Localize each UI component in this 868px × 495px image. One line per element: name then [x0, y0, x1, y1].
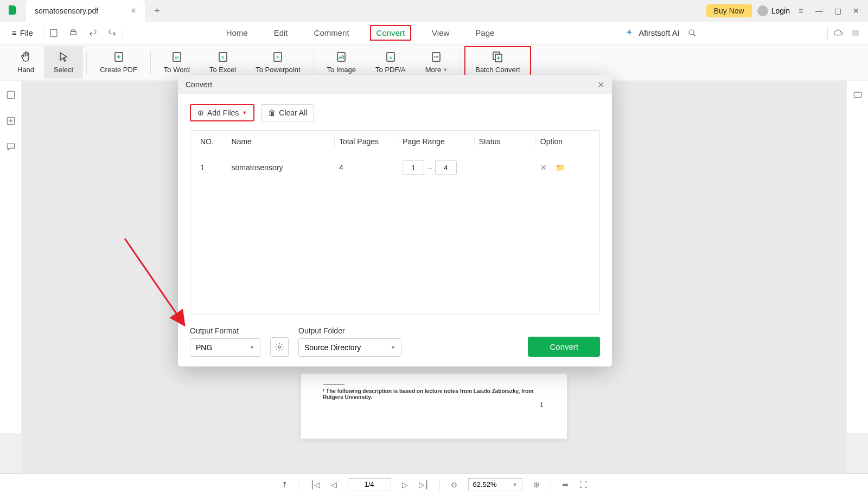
range-from-input[interactable]: [403, 160, 424, 175]
sparkle-icon: [624, 28, 634, 38]
svg-rect-1: [71, 31, 76, 35]
to-word-tool[interactable]: W To Word: [154, 46, 200, 79]
zoom-out-icon[interactable]: ⊖: [451, 480, 457, 489]
add-files-button[interactable]: ⊕ Add Files ▼: [190, 104, 254, 121]
to-ppt-tool[interactable]: P To Powerpoint: [246, 46, 310, 79]
more-icon: [430, 50, 443, 63]
bookmarks-icon[interactable]: [5, 115, 16, 126]
create-pdf-tool[interactable]: Create PDF: [90, 46, 147, 79]
to-image-tool[interactable]: To Image: [317, 46, 366, 79]
new-tab-button[interactable]: +: [149, 3, 165, 19]
more-menu-icon[interactable]: [851, 28, 860, 38]
fit-page-icon[interactable]: ⛶: [579, 480, 587, 489]
hand-tool[interactable]: Hand: [8, 46, 44, 79]
left-sidebar: [0, 81, 22, 433]
add-files-label: Add Files: [207, 108, 239, 117]
more-tool[interactable]: More▼: [416, 46, 458, 79]
zoom-value: 62.52%: [473, 480, 497, 488]
clear-all-button[interactable]: 🗑 Clear All: [261, 104, 314, 121]
output-folder-select[interactable]: Source Directory ▼: [298, 338, 401, 357]
cursor-icon: [57, 50, 70, 63]
close-tab-icon[interactable]: ×: [131, 6, 136, 16]
svg-rect-2: [72, 30, 75, 31]
to-pdfa-label: To PDF/A: [375, 66, 406, 74]
redo-icon[interactable]: [107, 28, 117, 38]
next-page-icon[interactable]: ▷: [402, 480, 408, 489]
print-icon[interactable]: [68, 28, 78, 38]
remove-row-icon[interactable]: ✕: [540, 163, 547, 172]
zoom-in-icon[interactable]: ⊕: [533, 480, 540, 489]
svg-point-25: [278, 346, 281, 349]
to-word-label: To Word: [164, 66, 190, 74]
svg-text:A: A: [389, 55, 392, 60]
batch-label: Batch Convert: [475, 66, 520, 74]
statusbar: ⤒ ⎮◁ ◁ ▷ ▷⎮ ⊖ 62.52% ▼ ⊕ ⇔ ⛶: [0, 473, 868, 495]
save-icon[interactable]: [49, 28, 59, 38]
output-format-value: PNG: [196, 343, 212, 352]
right-sidebar: [846, 81, 868, 433]
buy-now-button[interactable]: Buy Now: [706, 4, 752, 17]
output-format-select[interactable]: PNG ▼: [190, 338, 260, 357]
maximize-icon[interactable]: ▢: [833, 7, 842, 15]
panel-toggle-icon[interactable]: [852, 89, 863, 100]
thumbnails-icon[interactable]: [5, 89, 16, 100]
gear-icon: [275, 342, 284, 352]
page-input[interactable]: [348, 478, 391, 491]
select-label: Select: [54, 66, 73, 74]
scroll-top-icon[interactable]: ⤒: [282, 480, 288, 489]
login-button[interactable]: Login: [757, 5, 790, 16]
comments-icon[interactable]: [5, 142, 16, 152]
svg-rect-22: [854, 92, 861, 98]
excel-icon: E: [216, 50, 229, 63]
image-icon: [335, 50, 348, 63]
header-name: Name: [227, 137, 335, 146]
prev-page-icon[interactable]: ◁: [331, 480, 337, 489]
chevron-down-icon: ▼: [513, 482, 518, 487]
chevron-down-icon: ▼: [443, 67, 448, 73]
file-table: NO. Name Total Pages Page Range Status O…: [190, 130, 600, 314]
cloud-icon[interactable]: [833, 28, 843, 38]
range-to-input[interactable]: [435, 160, 457, 175]
svg-point-3: [689, 30, 694, 35]
svg-text:W: W: [175, 55, 179, 60]
tab-page[interactable]: Page: [470, 25, 500, 41]
select-tool[interactable]: Select: [44, 46, 83, 79]
undo-icon[interactable]: [88, 28, 98, 38]
svg-point-16: [436, 56, 437, 57]
to-excel-tool[interactable]: E To Excel: [200, 46, 246, 79]
ai-button[interactable]: Afirstsoft AI: [624, 28, 680, 38]
minimize-icon[interactable]: —: [815, 7, 824, 15]
batch-convert-tool[interactable]: Batch Convert: [464, 46, 531, 79]
fit-width-icon[interactable]: ⇔: [562, 480, 569, 489]
table-header: NO. Name Total Pages Page Range Status O…: [190, 131, 599, 153]
tab-comment[interactable]: Comment: [309, 25, 355, 41]
dialog-title: Convert: [186, 80, 212, 89]
zoom-select[interactable]: 62.52% ▼: [468, 478, 522, 491]
page-number: 1: [540, 402, 543, 408]
tab-home[interactable]: Home: [221, 25, 253, 41]
convert-dialog: Convert ✕ ⊕ Add Files ▼ 🗑 Clear All NO. …: [178, 75, 612, 367]
close-window-icon[interactable]: ✕: [852, 7, 860, 15]
header-pages: Total Pages: [335, 137, 398, 146]
file-menu[interactable]: ≡ File: [8, 26, 37, 40]
dialog-header[interactable]: Convert ✕: [178, 75, 612, 94]
to-pdfa-tool[interactable]: A To PDF/A: [366, 46, 416, 79]
to-image-label: To Image: [327, 66, 356, 74]
search-icon[interactable]: [687, 28, 697, 38]
open-folder-icon[interactable]: 📁: [556, 163, 565, 172]
tab-view[interactable]: View: [426, 25, 455, 41]
convert-button[interactable]: Convert: [528, 337, 600, 357]
tab-convert[interactable]: Convert: [370, 25, 412, 41]
document-tab[interactable]: somatosensory.pdf ×: [26, 0, 145, 22]
ppt-icon: P: [271, 50, 284, 63]
last-page-icon[interactable]: ▷⎮: [419, 480, 429, 489]
dialog-close-icon[interactable]: ✕: [597, 80, 604, 90]
tab-title: somatosensory.pdf: [35, 7, 98, 15]
hand-icon: [20, 50, 33, 63]
svg-point-15: [434, 56, 435, 57]
hamburger-icon[interactable]: ≡: [796, 7, 805, 15]
settings-button[interactable]: [270, 337, 289, 357]
first-page-icon[interactable]: ⎮◁: [310, 480, 320, 489]
tab-edit[interactable]: Edit: [269, 25, 293, 41]
app-logo: [7, 4, 20, 17]
